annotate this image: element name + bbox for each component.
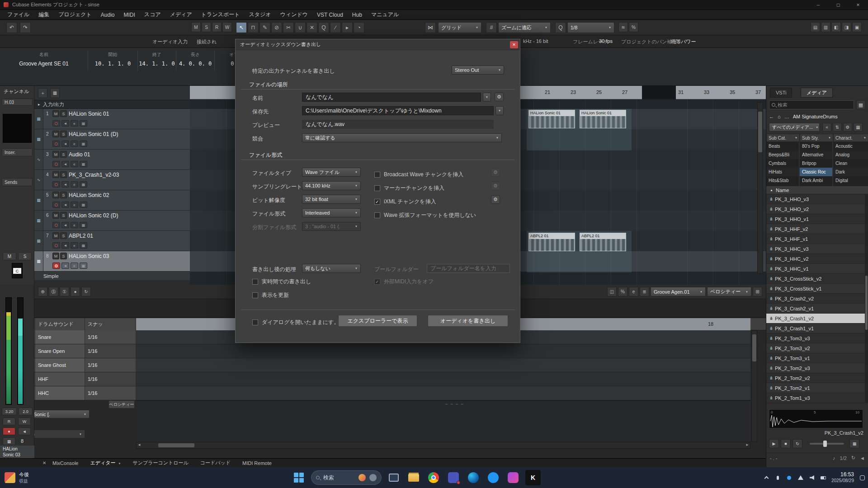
track-solo-button[interactable]: S <box>60 232 67 239</box>
conflict-dropdown[interactable]: 常に確認する ▼ <box>302 133 502 142</box>
zone-toggle-button[interactable]: ▣ <box>852 22 862 32</box>
filter-item[interactable]: Beeps&Bli <box>766 150 799 159</box>
post-process-dropdown[interactable]: 何もしない▼ <box>302 264 361 273</box>
scroll-right-icon[interactable]: ► <box>745 443 749 447</box>
pan-law-value[interactable]: 均等パワー <box>671 38 696 45</box>
monitor-icon[interactable]: ◄ <box>61 181 69 188</box>
preview-option-button[interactable]: ▦ <box>849 439 859 448</box>
monitor-icon[interactable]: ◄ <box>61 242 69 249</box>
redo-button[interactable]: ↷ <box>20 22 31 33</box>
preview-stop-button[interactable]: ■ <box>781 439 791 448</box>
drumsound-column-header[interactable]: ドラムサウンド <box>35 318 85 330</box>
snap-toggle-icon[interactable]: ⋈ <box>425 22 436 33</box>
track-row[interactable]: ∿ 3 M S Audio 01 ◄ e ▦ <box>34 150 190 170</box>
tab-vsti[interactable]: VSTi <box>770 88 792 98</box>
menu-item[interactable]: マニュアル <box>367 11 403 19</box>
drum-row[interactable]: E1 Snare Ghost 1/16 <box>0 358 766 372</box>
dialog-close-button[interactable]: ✕ <box>510 41 518 48</box>
more-icon[interactable]: … <box>784 114 789 119</box>
sends-button[interactable]: Sends <box>2 178 33 186</box>
scroll-left-icon[interactable]: ◄ <box>137 443 141 447</box>
menu-item[interactable]: Hub <box>348 12 367 18</box>
monitor-icon[interactable]: ◄ <box>61 263 69 269</box>
inserts-button[interactable]: Inser. <box>2 148 33 156</box>
media-file-row[interactable]: ıllı PK_3_Crash1_v2 <box>766 314 865 324</box>
chunk-checkbox-row[interactable]: Wave 拡張フォーマットを使用しない <box>374 208 476 222</box>
note-icon[interactable]: ♪ <box>833 455 835 461</box>
tray-clock[interactable]: 16:53 2025/08/29 <box>831 471 854 484</box>
editor-option-button[interactable]: ◫ <box>607 287 617 296</box>
taskbar-icon-edge[interactable] <box>466 470 481 485</box>
back-icon[interactable]: ← <box>769 114 774 119</box>
zoom-mode-dropdown[interactable]: ズームに適応 ▼ <box>498 22 551 33</box>
quantize-icon[interactable]: Q <box>555 22 566 33</box>
keep-open-checkbox[interactable] <box>252 319 258 325</box>
filter-item[interactable]: Britpop <box>800 159 832 168</box>
tool-button[interactable]: ✂ <box>283 22 294 33</box>
ixml-gear-icon[interactable]: ⚙ <box>491 195 500 204</box>
write-automation-button[interactable]: W <box>18 418 31 425</box>
drum-note-lane[interactable] <box>136 386 750 400</box>
filter-item[interactable]: Acoustic <box>833 142 868 150</box>
taskbar-search[interactable]: 検索 <box>311 470 382 485</box>
filter-item[interactable]: Dark <box>833 168 868 176</box>
drum-note-lane[interactable] <box>136 358 750 372</box>
media-file-row[interactable]: ıllı PK_3_HHF_v1 <box>766 234 865 244</box>
tray-volume-icon[interactable] <box>809 474 815 481</box>
channel-mute-button[interactable]: M <box>3 252 16 260</box>
filter-item[interactable]: Alternative <box>800 150 832 159</box>
zone-toggle-button[interactable]: ◧ <box>831 22 841 32</box>
save-path-input[interactable] <box>302 106 494 115</box>
substyle-header[interactable]: Sub Sty.▼ <box>800 134 833 142</box>
tool-button[interactable]: ◔ <box>354 22 364 33</box>
menu-item[interactable]: MIDI <box>119 12 140 18</box>
track-solo-button[interactable]: S <box>60 171 67 178</box>
realtime-export-row[interactable]: 実時間での書き出し <box>252 278 311 286</box>
name-options-gear-icon[interactable]: ⚙ <box>495 93 504 101</box>
read-automation-button[interactable]: R <box>3 418 15 425</box>
beat-fraction[interactable]: 1/2 <box>840 455 847 461</box>
track-solo-button[interactable]: S <box>60 151 67 158</box>
filter-item[interactable]: Classic Roc <box>800 168 832 176</box>
track-row[interactable]: ▦ 1 M S HALion Sonic 01 ◄ e ▦ <box>34 109 190 129</box>
start-button[interactable] <box>291 470 307 485</box>
drum-row[interactable]: F1 HHF 1/16 <box>0 372 766 386</box>
bit-depth-dropdown[interactable]: 32 bit float▼ <box>302 195 361 204</box>
record-enable-icon[interactable] <box>52 141 60 147</box>
update-display-checkbox[interactable] <box>252 292 258 298</box>
filter-item[interactable]: HiHats <box>766 168 799 176</box>
track-mute-button[interactable]: M <box>52 253 59 259</box>
edit-channel-icon[interactable]: e <box>71 161 78 167</box>
export-audio-button[interactable]: オーディオを書き出し <box>428 315 508 327</box>
track-name[interactable]: HALion Sonic 02 (D) <box>69 212 118 219</box>
track-row[interactable]: ▦ 2 M S HALion Sonic 01 (D) ◄ e ▦ <box>34 129 190 150</box>
instrument-icon[interactable]: ▦ <box>80 120 87 127</box>
track-row[interactable]: ▦ 7 M S ABPL2 01 ◄ e ▦ <box>34 231 190 251</box>
track-row[interactable]: ▦ 8 M S HALion Sonic 03 ◄ e ▦ <box>34 251 190 272</box>
close-lower-zone-icon[interactable]: ✕ <box>42 460 46 465</box>
lower-zone-tab[interactable]: MIDI Remote <box>242 460 272 466</box>
track-name[interactable]: ABPL2 01 <box>69 233 93 239</box>
record-enable-icon[interactable] <box>52 181 60 188</box>
chunk-checkbox-row[interactable]: マーカーチャンクを挿入 <box>374 181 476 195</box>
midi-event[interactable]: ABPL2 01 <box>528 233 575 251</box>
output-channel-dropdown[interactable]: Stereo Out ▼ <box>452 66 504 75</box>
search-highlight-icon[interactable] <box>359 474 366 481</box>
track-solo-button[interactable]: S <box>60 253 67 259</box>
track-name[interactable]: PK_3_Crash1_v2-03 <box>69 172 119 178</box>
media-view-icon[interactable]: ▦ <box>856 100 865 109</box>
framerate-value[interactable]: 30 fps <box>599 38 613 44</box>
media-file-row[interactable]: ıllı PK_2_Tom3_v3 <box>766 333 865 343</box>
quantize-dropdown[interactable]: 1/8 ▼ <box>567 22 614 33</box>
meter-value-right[interactable]: 2.0 <box>19 408 33 415</box>
record-enable-button[interactable]: ● <box>3 427 15 435</box>
drum-note-lane[interactable] <box>136 344 750 358</box>
media-file-row[interactable]: ıllı PK_3_CrossStick_v2 <box>766 274 865 284</box>
edit-channel-icon[interactable]: e <box>71 181 78 188</box>
checkbox[interactable] <box>374 199 380 205</box>
tool-button[interactable]: ⊘ <box>271 22 282 33</box>
part-selector-dropdown[interactable]: Groove Agen.01 ▼ <box>651 287 706 296</box>
instrument-icon[interactable]: ▦ <box>80 161 87 167</box>
record-enable-icon[interactable] <box>52 120 60 127</box>
chunk-checkbox-row[interactable]: iXML チャンクを挿入 <box>374 195 476 208</box>
